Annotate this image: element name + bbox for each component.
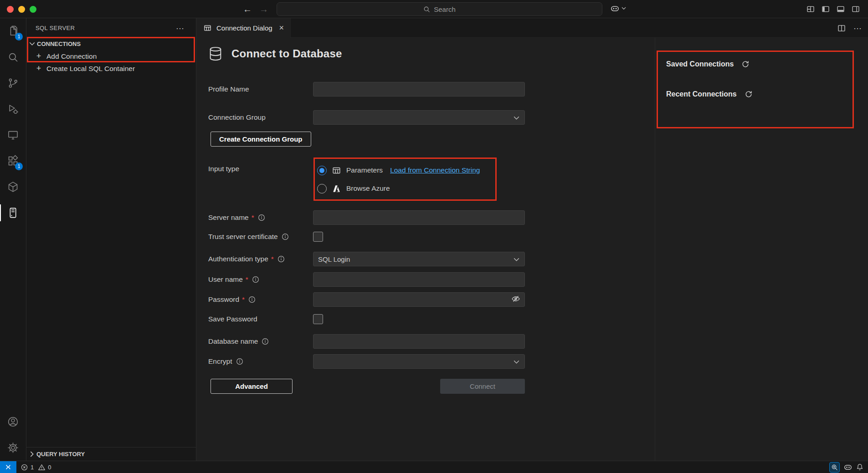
eye-off-icon[interactable] bbox=[511, 295, 520, 303]
editor-more-actions-button[interactable]: ··· bbox=[853, 26, 862, 31]
sidebar-item-search[interactable] bbox=[0, 44, 26, 70]
create-local-sql-container-item[interactable]: + Create Local SQL Container bbox=[26, 62, 196, 75]
sidebar-item-explorer[interactable]: 1 bbox=[0, 18, 26, 44]
dialog-heading: Connect to Database bbox=[208, 46, 342, 61]
connection-dialog: Connect to Database Profile Name Connect… bbox=[196, 38, 868, 461]
required-marker: * bbox=[242, 295, 245, 304]
editor-area: Connection Dialog × ··· Connect to Datab… bbox=[196, 18, 868, 461]
sidebar-item-run-debug[interactable] bbox=[0, 96, 26, 122]
password-label: Password bbox=[208, 295, 239, 304]
toggle-panel-icon[interactable] bbox=[837, 5, 845, 13]
info-icon[interactable] bbox=[248, 296, 256, 303]
forward-icon[interactable]: → bbox=[259, 4, 268, 15]
connect-button[interactable]: Connect bbox=[440, 379, 525, 394]
authentication-type-value: SQL Login bbox=[318, 255, 350, 263]
create-group-row: Create Connection Group bbox=[196, 132, 655, 147]
chevron-down-icon bbox=[514, 116, 519, 120]
copilot-icon[interactable] bbox=[844, 463, 852, 471]
profile-name-input[interactable] bbox=[313, 82, 525, 97]
profile-name-row: Profile Name bbox=[196, 82, 655, 97]
tab-bar: Connection Dialog × ··· bbox=[196, 18, 868, 38]
trust-server-certificate-checkbox[interactable] bbox=[313, 232, 323, 242]
split-editor-icon[interactable] bbox=[837, 24, 846, 32]
info-icon[interactable] bbox=[282, 233, 289, 240]
advanced-button[interactable]: Advanced bbox=[211, 379, 293, 394]
database-name-input[interactable] bbox=[313, 334, 525, 349]
connections-section-header[interactable]: CONNECTIONS bbox=[26, 38, 196, 50]
sidebar-item-sql-server[interactable] bbox=[0, 200, 26, 226]
page-title: Connect to Database bbox=[231, 47, 342, 60]
sidebar-more-actions-button[interactable]: ··· bbox=[176, 26, 184, 31]
accounts-button[interactable] bbox=[0, 409, 26, 435]
user-name-input[interactable] bbox=[313, 272, 525, 287]
save-password-label: Save Password bbox=[208, 315, 257, 323]
problems-status[interactable]: 1 0 bbox=[21, 464, 53, 471]
info-icon[interactable] bbox=[277, 255, 285, 263]
connection-group-label: Connection Group bbox=[208, 113, 266, 122]
parameters-radio[interactable] bbox=[317, 166, 327, 175]
error-count: 1 bbox=[31, 464, 34, 471]
create-connection-group-button[interactable]: Create Connection Group bbox=[211, 132, 311, 147]
command-center-search[interactable]: Search bbox=[277, 2, 602, 16]
error-icon bbox=[21, 464, 28, 471]
trust-server-certificate-label: Trust server certificate bbox=[208, 233, 278, 241]
refresh-icon[interactable] bbox=[741, 60, 750, 68]
chevron-down-icon bbox=[621, 7, 626, 10]
sidebar-header: SQL SERVER ··· bbox=[26, 18, 196, 38]
chevron-down-icon bbox=[29, 42, 35, 46]
authentication-type-select[interactable]: SQL Login bbox=[313, 252, 525, 266]
close-window-button[interactable] bbox=[7, 6, 14, 13]
info-icon[interactable] bbox=[236, 358, 243, 365]
package-icon bbox=[7, 181, 19, 193]
zoom-icon[interactable] bbox=[829, 462, 840, 473]
copilot-menu-button[interactable] bbox=[611, 4, 626, 13]
table-icon bbox=[332, 166, 341, 175]
tab-label: Connection Dialog bbox=[216, 24, 272, 32]
refresh-icon[interactable] bbox=[745, 90, 753, 98]
customize-layout-icon[interactable] bbox=[806, 5, 815, 13]
activity-bar: 1 bbox=[0, 18, 26, 461]
toggle-secondary-sidebar-icon[interactable] bbox=[852, 5, 860, 13]
sidebar-item-extensions[interactable]: 1 bbox=[0, 148, 26, 174]
bell-icon[interactable] bbox=[856, 463, 863, 471]
explorer-badge: 1 bbox=[15, 33, 23, 41]
load-from-connection-string-link[interactable]: Load from Connection String bbox=[390, 166, 480, 174]
connection-group-select[interactable] bbox=[313, 110, 525, 125]
browse-azure-radio[interactable] bbox=[317, 184, 327, 193]
info-icon[interactable] bbox=[252, 276, 259, 283]
info-icon[interactable] bbox=[258, 214, 265, 221]
toggle-primary-sidebar-icon[interactable] bbox=[822, 5, 830, 13]
remote-indicator[interactable] bbox=[0, 461, 16, 473]
recent-connections-row: Recent Connections bbox=[666, 88, 753, 101]
close-tab-icon[interactable]: × bbox=[279, 23, 284, 33]
sidebar-title: SQL SERVER bbox=[36, 25, 75, 31]
query-history-section-header[interactable]: QUERY HISTORY bbox=[26, 447, 196, 461]
dialog-buttons-row: Advanced Connect bbox=[196, 379, 655, 394]
info-icon[interactable] bbox=[262, 338, 269, 345]
connections-browser-panel: Saved Connections Recent Connections bbox=[655, 38, 868, 461]
server-name-label: Server name bbox=[208, 214, 249, 222]
tab-connection-dialog[interactable]: Connection Dialog × bbox=[196, 18, 291, 38]
save-password-checkbox[interactable] bbox=[313, 314, 323, 324]
create-local-sql-container-label: Create Local SQL Container bbox=[46, 65, 135, 73]
save-password-row: Save Password bbox=[196, 312, 655, 326]
search-placeholder: Search bbox=[434, 5, 456, 13]
encrypt-select[interactable] bbox=[313, 354, 525, 369]
browse-azure-label: Browse Azure bbox=[346, 184, 390, 193]
add-connection-item[interactable]: + Add Connection bbox=[26, 50, 196, 62]
required-marker: * bbox=[271, 255, 274, 263]
server-name-input[interactable] bbox=[313, 210, 525, 225]
add-connection-label: Add Connection bbox=[46, 52, 97, 61]
password-input[interactable] bbox=[313, 292, 525, 307]
sidebar-item-remote-explorer[interactable] bbox=[0, 122, 26, 148]
back-icon[interactable]: ← bbox=[243, 4, 252, 15]
maximize-window-button[interactable] bbox=[30, 6, 36, 13]
settings-button[interactable] bbox=[0, 435, 26, 461]
minimize-window-button[interactable] bbox=[18, 6, 25, 13]
sidebar-item-source-control[interactable] bbox=[0, 70, 26, 96]
sidebar-item-containers[interactable] bbox=[0, 174, 26, 200]
status-bar-right bbox=[829, 462, 868, 473]
copilot-icon bbox=[611, 4, 619, 13]
status-bar: 1 0 bbox=[0, 461, 868, 473]
database-icon bbox=[208, 46, 223, 61]
